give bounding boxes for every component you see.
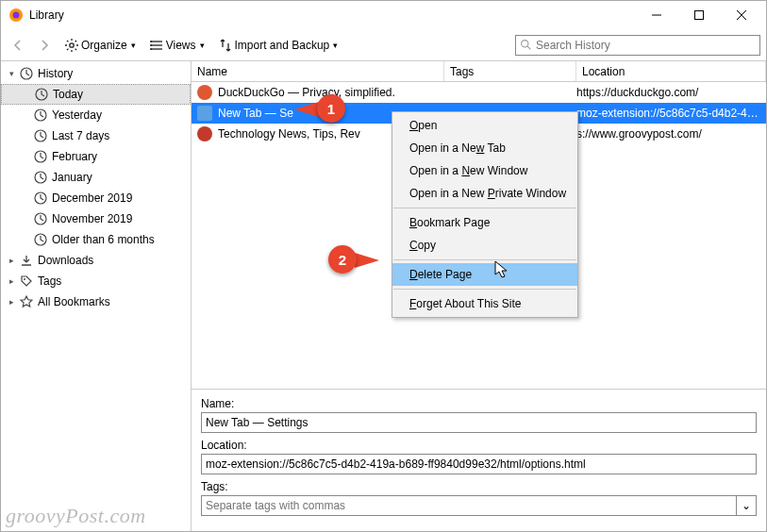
sidebar-item-label: January [52,171,92,184]
ctx-open-new-window[interactable]: Open in a New Window [392,159,577,182]
sidebar-history-label: History [38,67,73,80]
row-name: DuckDuckGo — Privacy, simplified. [218,86,395,99]
location-label: Location: [201,439,757,452]
chevron-down-icon: ▾ [333,41,338,50]
library-window: Library Organize ▾ Views ▾ Import and Ba… [0,0,767,532]
col-header-name[interactable]: Name [192,61,444,81]
sidebar-all-bookmarks-label: All Bookmarks [38,295,110,308]
name-input[interactable] [201,412,757,433]
ctx-open-new-tab[interactable]: Open in a New Tab [392,137,577,159]
col-header-tags[interactable]: Tags [444,61,576,81]
star-icon [19,294,34,309]
tag-icon [19,274,34,289]
chevron-down-icon: ⌄ [742,499,751,512]
sidebar-tags[interactable]: ▸ Tags [1,271,191,291]
ctx-bookmark-page[interactable]: Bookmark Page [392,211,577,234]
chevron-down-icon: ▾ [200,41,205,50]
svg-point-20 [150,48,152,50]
row-location: https://duckduckgo.com/ [576,86,766,99]
svg-point-32 [24,278,25,280]
organize-menu[interactable]: Organize ▾ [59,32,141,58]
history-row[interactable]: DuckDuckGo — Privacy, simplified. https:… [192,82,766,103]
minimize-button[interactable] [635,2,677,28]
svg-line-12 [75,48,76,49]
sidebar-item-last7days[interactable]: Last 7 days [1,125,191,146]
sidebar: ▾ History Today Yesterday Last 7 days Fe… [1,61,192,531]
column-headers: Name Tags Location [192,61,766,82]
sidebar-item-february[interactable]: February [1,146,191,167]
svg-point-21 [522,41,528,47]
sidebar-history[interactable]: ▾ History [1,63,191,84]
name-label: Name: [201,397,757,410]
ctx-separator [393,208,576,208]
ctx-open-private-window[interactable]: Open in a New Private Window [392,182,577,205]
import-export-icon [218,38,233,53]
clock-icon [34,87,49,102]
search-history[interactable] [515,35,760,56]
location-input[interactable] [201,454,757,474]
ctx-separator [393,289,576,290]
views-menu[interactable]: Views ▾ [144,32,209,58]
svg-point-1 [13,12,20,19]
download-icon [19,253,34,268]
twisty-closed-icon: ▸ [7,256,17,266]
toolbar: Organize ▾ Views ▾ Import and Backup ▾ [1,29,766,61]
twisty-closed-icon: ▸ [7,297,17,308]
row-location: s://www.groovypost.com/ [576,127,766,141]
sidebar-item-label: Last 7 days [52,129,109,142]
sidebar-item-december2019[interactable]: December 2019 [1,188,191,208]
svg-line-11 [67,41,68,42]
twisty-open-icon: ▾ [7,69,17,79]
back-button[interactable] [7,32,29,58]
clock-icon [33,128,48,143]
clock-icon [33,108,48,123]
sidebar-item-label: December 2019 [52,191,132,205]
svg-line-13 [67,48,68,49]
sidebar-item-label: February [52,150,97,163]
svg-rect-3 [694,11,703,20]
body: ▾ History Today Yesterday Last 7 days Fe… [1,61,766,531]
list-icon [149,38,164,53]
gear-icon [64,38,79,53]
tags-dropdown-button[interactable]: ⌄ [737,495,757,516]
sidebar-item-yesterday[interactable]: Yesterday [1,105,191,125]
import-backup-label: Import and Backup [233,39,332,52]
sidebar-item-label: Older than 6 months [52,233,155,246]
svg-point-18 [150,41,152,42]
maximize-button[interactable] [677,2,720,28]
row-location: moz-extension://5c86c7c5-d4b2-419a-... [576,107,766,120]
clock-icon [33,149,48,164]
ctx-open[interactable]: Open [392,114,577,137]
tags-label: Tags: [201,480,757,493]
import-backup-menu[interactable]: Import and Backup ▾ [213,32,343,58]
row-name: New Tab — Se [218,107,293,120]
sidebar-item-january[interactable]: January [1,167,191,188]
ctx-copy[interactable]: Copy [392,234,577,257]
svg-point-6 [70,42,74,46]
col-header-location[interactable]: Location [576,61,766,81]
search-icon [520,39,532,51]
titlebar: Library [1,1,766,29]
sidebar-item-november2019[interactable]: November 2019 [1,208,191,229]
svg-line-14 [75,41,76,42]
sidebar-all-bookmarks[interactable]: ▸ All Bookmarks [1,291,191,312]
sidebar-item-label: November 2019 [52,212,132,225]
search-input[interactable] [536,39,756,52]
close-button[interactable] [720,2,762,28]
sidebar-downloads[interactable]: ▸ Downloads [1,250,191,271]
sidebar-item-label: Yesterday [52,108,102,122]
views-label: Views [164,39,198,52]
clock-icon [19,66,34,81]
sidebar-item-older[interactable]: Older than 6 months [1,229,191,250]
twisty-closed-icon: ▸ [7,276,17,287]
ctx-forget-site[interactable]: Forget About This Site [392,292,577,315]
app-icon [8,8,24,23]
tags-input[interactable] [201,495,737,516]
forward-button[interactable] [33,32,56,58]
favicon-icon [197,106,212,121]
sidebar-downloads-label: Downloads [38,254,93,267]
favicon-icon [197,126,212,141]
ctx-delete-page[interactable]: Delete Page [392,263,577,286]
clock-icon [33,191,48,206]
sidebar-item-today[interactable]: Today [1,84,191,105]
